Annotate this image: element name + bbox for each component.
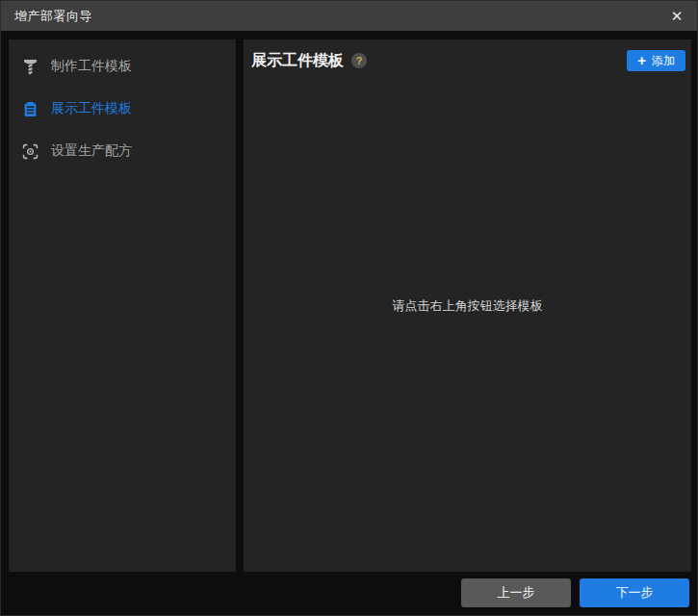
add-button-label: 添加 [652,53,675,69]
next-step-button[interactable]: 下一步 [580,578,689,607]
close-icon[interactable]: ✕ [666,6,687,27]
sidebar-item-create-workpiece-template[interactable]: 制作工件模板 [9,45,236,88]
sidebar-item-label: 制作工件模板 [51,58,132,75]
screw-icon [21,58,39,75]
sidebar-item-set-production-recipe[interactable]: 设置生产配方 [9,130,236,172]
previous-step-button[interactable]: 上一步 [461,578,571,607]
scan-eye-icon [21,142,39,160]
plus-icon: + [637,53,646,67]
main-header: 展示工件模板 ? + 添加 [244,39,691,72]
titlebar: 增产部署向导 ✕ [1,1,697,31]
clipboard-icon [21,100,39,117]
add-template-button[interactable]: + 添加 [627,50,685,71]
sidebar-item-label: 设置生产配方 [51,142,132,160]
page-title: 展示工件模板 [251,51,344,71]
main-panel: 展示工件模板 ? + 添加 请点击右上角按钮选择模板 [244,39,691,572]
sidebar-item-show-workpiece-template[interactable]: 展示工件模板 [9,88,236,130]
help-icon[interactable]: ? [351,53,367,68]
wizard-dialog: 增产部署向导 ✕ 制作工件模板 [0,0,698,616]
sidebar-item-label: 展示工件模板 [51,100,132,117]
window-title: 增产部署向导 [14,8,666,25]
empty-state-message: 请点击右上角按钮选择模板 [244,297,691,315]
footer: 上一步 下一步 [1,570,697,615]
wizard-steps-sidebar: 制作工件模板 展示工件模板 [9,39,236,572]
